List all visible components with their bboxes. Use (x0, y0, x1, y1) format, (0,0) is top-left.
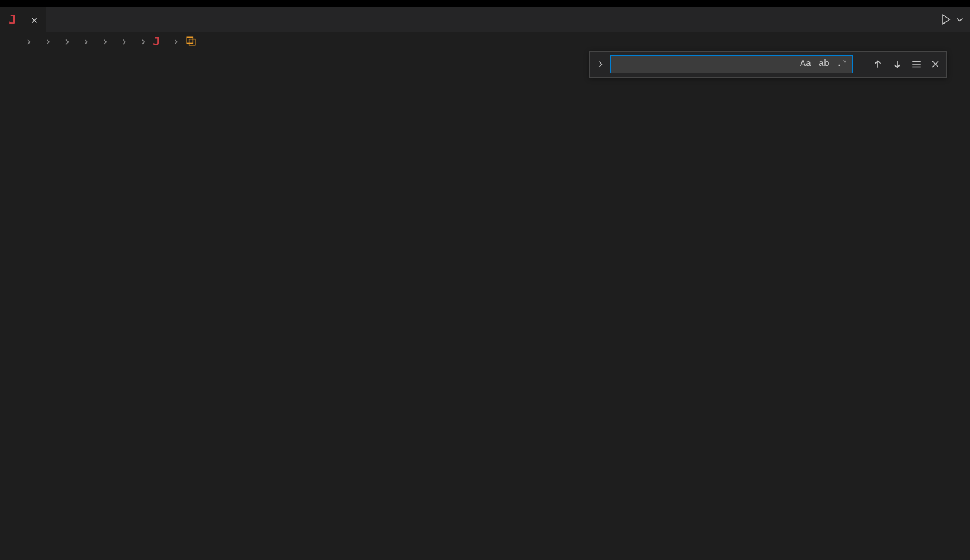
svg-rect-0 (187, 37, 193, 43)
find-in-selection-icon[interactable] (909, 56, 925, 72)
whole-word-toggle[interactable]: ab (816, 52, 832, 76)
java-file-icon: J (153, 34, 160, 48)
next-match-icon[interactable] (889, 56, 905, 72)
find-widget: Aa ab .* (589, 51, 947, 78)
regex-toggle[interactable]: .* (834, 52, 850, 76)
run-chevron-icon[interactable] (955, 15, 964, 24)
prev-match-icon[interactable] (870, 56, 886, 72)
find-expand-icon[interactable] (594, 52, 607, 77)
match-case-toggle[interactable]: Aa (798, 52, 814, 76)
svg-rect-1 (189, 39, 195, 45)
editor-tab[interactable]: J ✕ (0, 7, 46, 32)
run-icon[interactable] (940, 13, 952, 25)
tab-actions (940, 13, 970, 25)
enum-icon (186, 36, 196, 47)
find-input[interactable]: Aa ab .* (610, 55, 853, 73)
close-find-icon[interactable] (928, 57, 943, 72)
java-file-icon: J (8, 12, 16, 27)
breadcrumb[interactable]: › › › › › › › J › (0, 32, 970, 51)
tab-bar: J ✕ (0, 0, 970, 32)
close-icon[interactable]: ✕ (31, 13, 38, 26)
